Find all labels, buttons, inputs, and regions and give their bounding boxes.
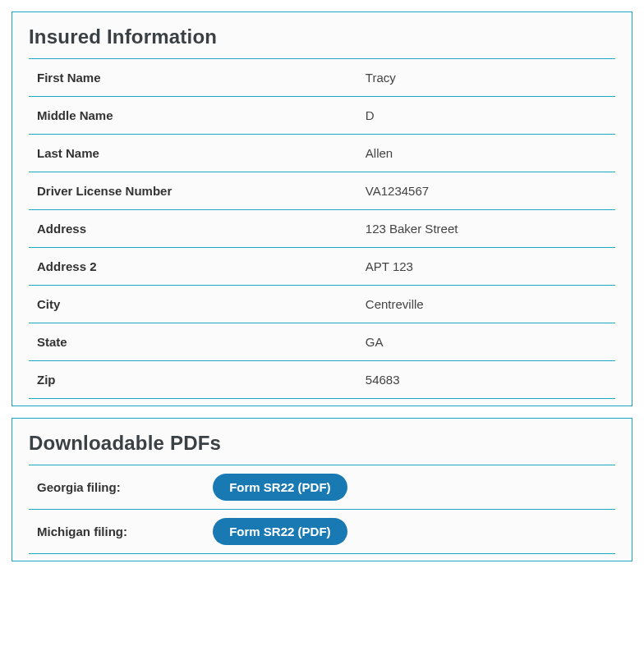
insured-info-table: First Name Tracy Middle Name D Last Name… xyxy=(29,58,615,399)
table-row: State GA xyxy=(29,323,615,361)
pdfs-table: Georgia filing: Form SR22 (PDF) Michigan… xyxy=(29,465,615,554)
downloadable-pdfs-panel: Downloadable PDFs Georgia filing: Form S… xyxy=(12,418,632,561)
table-row: First Name Tracy xyxy=(29,59,615,97)
field-label: Address xyxy=(29,210,357,248)
table-row: Driver License Number VA1234567 xyxy=(29,172,615,210)
panel-title-insured: Insured Information xyxy=(29,25,615,48)
filing-action-cell: Form SR22 (PDF) xyxy=(205,465,615,510)
filing-label: Georgia filing: xyxy=(29,465,205,510)
table-row: Address 2 APT 123 xyxy=(29,248,615,286)
field-label: City xyxy=(29,286,357,323)
table-row: Zip 54683 xyxy=(29,361,615,399)
field-label: First Name xyxy=(29,59,357,97)
field-label: Last Name xyxy=(29,135,357,172)
table-row: Last Name Allen xyxy=(29,135,615,172)
table-row: Middle Name D xyxy=(29,97,615,135)
field-value: 54683 xyxy=(357,361,615,399)
table-row: Georgia filing: Form SR22 (PDF) xyxy=(29,465,615,510)
field-value: Centreville xyxy=(357,286,615,323)
panel-title-pdfs: Downloadable PDFs xyxy=(29,432,615,455)
field-value: Allen xyxy=(357,135,615,172)
field-label: Address 2 xyxy=(29,248,357,286)
insured-information-panel: Insured Information First Name Tracy Mid… xyxy=(12,11,632,406)
field-value: 123 Baker Street xyxy=(357,210,615,248)
table-row: City Centreville xyxy=(29,286,615,323)
field-label: Middle Name xyxy=(29,97,357,135)
filing-label: Michigan filing: xyxy=(29,510,205,554)
field-value: D xyxy=(357,97,615,135)
download-pdf-button-michigan[interactable]: Form SR22 (PDF) xyxy=(213,518,347,545)
field-value: Tracy xyxy=(357,59,615,97)
download-pdf-button-georgia[interactable]: Form SR22 (PDF) xyxy=(213,474,347,501)
filing-action-cell: Form SR22 (PDF) xyxy=(205,510,615,554)
table-row: Address 123 Baker Street xyxy=(29,210,615,248)
field-label: Driver License Number xyxy=(29,172,357,210)
field-label: Zip xyxy=(29,361,357,399)
field-value: VA1234567 xyxy=(357,172,615,210)
table-row: Michigan filing: Form SR22 (PDF) xyxy=(29,510,615,554)
field-label: State xyxy=(29,323,357,361)
field-value: APT 123 xyxy=(357,248,615,286)
field-value: GA xyxy=(357,323,615,361)
